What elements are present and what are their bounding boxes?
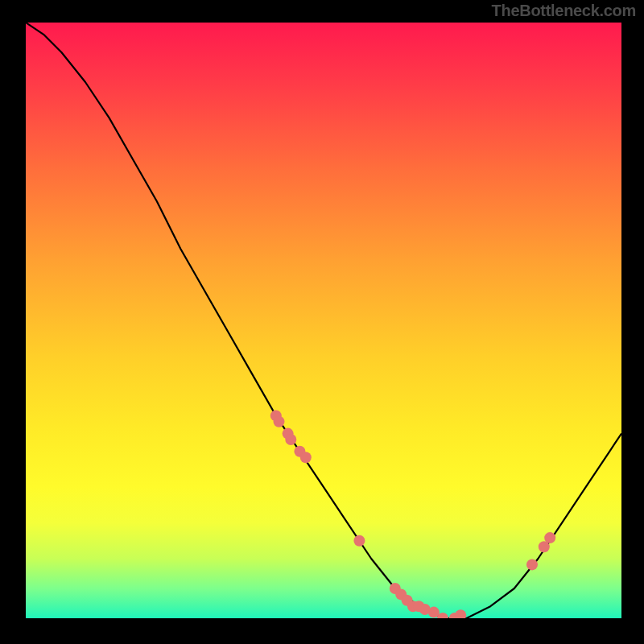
marker-point bbox=[353, 535, 365, 547]
chart-plot-area bbox=[26, 23, 621, 618]
marker-point bbox=[544, 532, 555, 543]
marker-point bbox=[274, 416, 285, 427]
watermark-text: TheBottleneck.com bbox=[492, 2, 636, 20]
markers-group bbox=[270, 410, 555, 618]
marker-point bbox=[526, 559, 538, 570]
marker-point bbox=[455, 609, 466, 618]
marker-point bbox=[300, 452, 312, 463]
curve-line bbox=[26, 23, 621, 618]
chart-svg bbox=[26, 23, 621, 618]
marker-point bbox=[285, 434, 296, 445]
